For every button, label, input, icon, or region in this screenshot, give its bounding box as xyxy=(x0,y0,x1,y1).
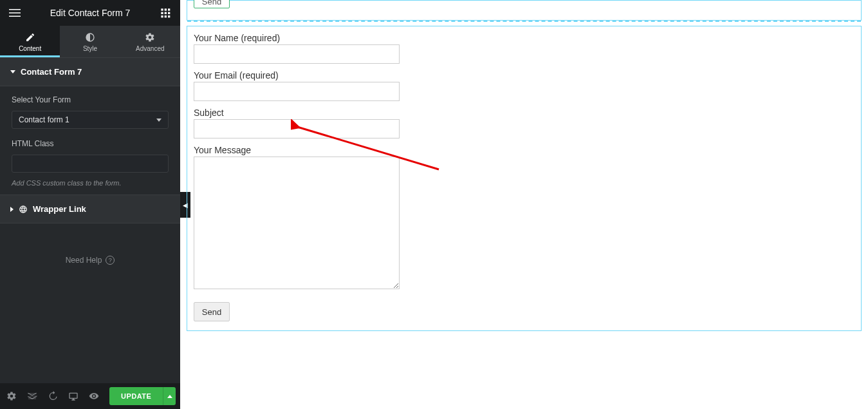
chevron-up-icon xyxy=(167,395,172,398)
update-button[interactable]: UPDATE xyxy=(109,387,163,405)
your-name-label: Your Name (required) xyxy=(194,33,854,43)
svg-rect-6 xyxy=(161,12,163,14)
widget-previous-form[interactable]: Send xyxy=(187,0,862,21)
your-email-input[interactable] xyxy=(194,82,400,101)
section-body-contact-form-7: Select Your Form Contact form 1 HTML Cla… xyxy=(0,86,180,195)
section-title: Wrapper Link xyxy=(33,204,86,214)
sidebar-title: Edit Contact Form 7 xyxy=(21,8,160,18)
svg-rect-7 xyxy=(165,12,167,14)
svg-rect-3 xyxy=(161,8,163,10)
need-help-label: Need Help xyxy=(66,256,102,265)
your-name-input[interactable] xyxy=(194,44,400,64)
settings-icon[interactable] xyxy=(6,391,17,401)
html-class-input[interactable] xyxy=(12,155,169,173)
tab-advanced[interactable]: Advanced xyxy=(120,26,180,57)
section-wrapper-link[interactable]: Wrapper Link xyxy=(0,195,180,224)
svg-rect-11 xyxy=(168,15,170,17)
tab-style[interactable]: Style xyxy=(60,26,120,57)
widget-contact-form[interactable]: Your Name (required) Your Email (require… xyxy=(187,26,862,331)
svg-rect-10 xyxy=(165,15,167,17)
chevron-down-icon xyxy=(156,119,162,122)
subject-label: Subject xyxy=(194,108,854,118)
help-icon: ? xyxy=(106,256,115,265)
select-form-label: Select Your Form xyxy=(12,95,169,104)
your-email-label: Your Email (required) xyxy=(194,70,854,81)
history-icon[interactable] xyxy=(48,391,58,401)
tab-style-label: Style xyxy=(83,45,97,52)
globe-icon xyxy=(19,205,28,214)
send-button-top[interactable]: Send xyxy=(194,0,230,8)
section-title: Contact Form 7 xyxy=(21,67,82,77)
widgets-grid-icon[interactable] xyxy=(160,7,171,19)
navigator-icon[interactable] xyxy=(27,391,37,401)
your-message-textarea[interactable] xyxy=(194,157,400,289)
tab-content[interactable]: Content xyxy=(0,26,60,57)
need-help-link[interactable]: Need Help ? xyxy=(0,224,180,297)
select-your-form-dropdown[interactable]: Contact form 1 xyxy=(12,111,169,129)
update-options-button[interactable] xyxy=(163,387,176,405)
section-contact-form-7[interactable]: Contact Form 7 xyxy=(0,57,180,86)
sidebar-header: Edit Contact Form 7 xyxy=(0,0,180,26)
chevron-down-icon xyxy=(10,70,15,73)
pencil-icon xyxy=(25,32,35,43)
chevron-right-icon xyxy=(10,207,14,212)
svg-rect-9 xyxy=(161,15,163,17)
svg-rect-4 xyxy=(165,8,167,10)
html-class-label: HTML Class xyxy=(12,139,169,148)
svg-rect-8 xyxy=(168,12,170,14)
contrast-icon xyxy=(85,32,95,43)
menu-icon[interactable] xyxy=(9,7,21,19)
svg-rect-5 xyxy=(168,8,170,10)
preview-icon[interactable] xyxy=(89,391,99,401)
responsive-icon[interactable] xyxy=(68,391,78,401)
editor-canvas: Send Your Name (required) Your Email (re… xyxy=(180,0,868,409)
send-button[interactable]: Send xyxy=(194,302,230,321)
update-button-group: UPDATE xyxy=(109,387,176,405)
select-value: Contact form 1 xyxy=(19,115,69,124)
svg-rect-1 xyxy=(9,12,21,14)
tab-content-label: Content xyxy=(19,45,41,52)
your-message-label: Your Message xyxy=(194,145,854,155)
gear-icon xyxy=(145,32,155,43)
subject-input[interactable] xyxy=(194,119,400,138)
editor-tabs: Content Style Advanced xyxy=(0,26,180,57)
svg-rect-0 xyxy=(9,9,21,10)
sidebar-footer: UPDATE xyxy=(0,383,180,409)
tab-advanced-label: Advanced xyxy=(136,45,164,52)
html-class-hint: Add CSS custom class to the form. xyxy=(12,179,169,187)
svg-rect-2 xyxy=(9,16,21,17)
editor-sidebar: Edit Contact Form 7 Content Style Advanc… xyxy=(0,0,180,409)
